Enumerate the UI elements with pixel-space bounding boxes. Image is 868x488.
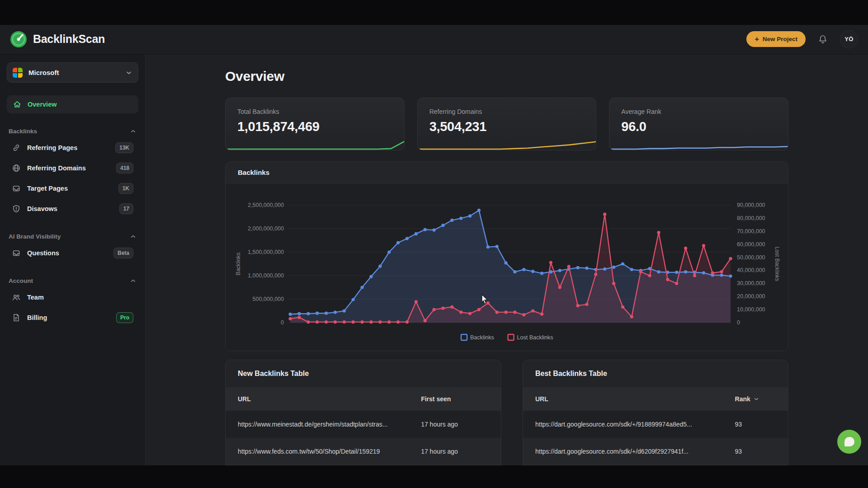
tables-row: New Backlinks Table URL First seen https… [225, 360, 788, 465]
svg-text:60,000,000: 60,000,000 [737, 241, 765, 248]
link-icon [12, 143, 21, 152]
svg-text:10,000,000: 10,000,000 [737, 306, 765, 313]
url-cell[interactable]: https://dart.googlesource.com/sdk/+/d620… [535, 448, 735, 455]
invoice-icon [12, 313, 21, 322]
microsoft-logo-icon [13, 68, 23, 78]
svg-text:30,000,000: 30,000,000 [737, 280, 765, 286]
svg-text:40,000,000: 40,000,000 [737, 267, 765, 273]
chart-body: 0500,000,0001,000,000,0001,500,000,0002,… [226, 183, 788, 351]
svg-text:Backlinks: Backlinks [470, 334, 494, 341]
table-row[interactable]: https://www.feds.com.tw/tw/50/Shop/Detai… [226, 438, 501, 465]
svg-text:0: 0 [737, 319, 740, 326]
svg-text:Lost Backlinks: Lost Backlinks [774, 247, 780, 282]
backlinks-chart-card: Backlinks 0500,000,0001,000,000,0001,500… [225, 161, 788, 351]
rank-cell: 93 [735, 421, 776, 428]
svg-text:80,000,000: 80,000,000 [737, 215, 765, 221]
user-avatar[interactable]: YÖ [840, 30, 858, 48]
sidebar-item-team[interactable]: Team [7, 287, 138, 307]
table-row[interactable]: https://www.meinestadt.de/gersheim/stadt… [226, 411, 501, 438]
stat-label: Referring Domains [429, 108, 585, 115]
backlinkscan-app: BacklinkScan + New Project YÖ Microsoft [0, 0, 868, 488]
table-title: New Backlinks Table [226, 360, 501, 387]
column-header-url: URL [535, 395, 735, 403]
svg-text:2,000,000,000: 2,000,000,000 [248, 225, 284, 232]
sidebar-section-ai-brand-visibility[interactable]: AI Brand Visibility [7, 233, 138, 240]
chevron-down-icon [125, 69, 132, 76]
chevron-up-icon [130, 128, 137, 135]
chat-bubble-icon [844, 437, 854, 446]
stat-cards-row: Total Backlinks 1,015,874,469 Referring … [225, 98, 788, 150]
sidebar-item-questions[interactable]: Questions Beta [7, 243, 138, 263]
archive-icon [12, 249, 21, 258]
table-title: Best Backlinks Table [523, 360, 788, 387]
sidebar-section-backlinks[interactable]: Backlinks [7, 128, 138, 135]
brand-name: BacklinkScan [33, 33, 105, 46]
topbar-actions: + New Project YÖ [746, 30, 858, 48]
stat-value: 3,504,231 [429, 119, 585, 134]
sidebar-item-target-pages[interactable]: Target Pages 1K [7, 178, 138, 198]
first-seen-cell: 17 hours ago [421, 448, 489, 455]
stat-value: 96.0 [621, 119, 776, 134]
shield-alert-icon [12, 204, 21, 213]
sidebar-item-billing[interactable]: Billing Pro [7, 307, 138, 328]
svg-text:90,000,000: 90,000,000 [737, 202, 765, 208]
url-cell[interactable]: https://www.feds.com.tw/tw/50/Shop/Detai… [238, 448, 421, 455]
count-badge: 418 [116, 163, 133, 174]
top-letterbox [0, 0, 868, 25]
url-cell[interactable]: https://www.meinestadt.de/gersheim/stadt… [238, 421, 421, 428]
column-header-url: URL [238, 395, 421, 403]
globe-icon [12, 164, 21, 173]
svg-text:Backlinks: Backlinks [235, 253, 241, 276]
sidebar-item-referring-pages[interactable]: Referring Pages 13K [7, 137, 138, 158]
svg-text:500,000,000: 500,000,000 [252, 296, 284, 302]
brand-logo-icon [10, 31, 27, 48]
sidebar: Microsoft Overview Backlinks [0, 54, 146, 465]
stat-label: Average Rank [621, 108, 776, 115]
backlinks-chart-svg[interactable]: 0500,000,0001,000,000,0001,500,000,0002,… [226, 185, 788, 350]
count-badge: 13K [115, 142, 133, 153]
main-content: Overview Total Backlinks 1,015,874,469 R… [146, 54, 868, 465]
chat-widget-button[interactable] [837, 430, 861, 454]
project-selector[interactable]: Microsoft [7, 62, 138, 83]
column-header-rank[interactable]: Rank [735, 395, 776, 403]
sidebar-item-overview[interactable]: Overview [7, 95, 138, 113]
table-header-row: URL Rank [523, 387, 788, 411]
chart-card-title: Backlinks [226, 162, 788, 183]
stat-label: Total Backlinks [237, 108, 392, 115]
sparkline-green [225, 139, 405, 150]
table-row[interactable]: https://dart.googlesource.com/sdk/+/9188… [523, 411, 788, 438]
sparkline-amber [417, 139, 597, 150]
sidebar-item-disavows[interactable]: Disavows 17 [7, 198, 138, 219]
stat-value: 1,015,874,469 [237, 119, 392, 134]
svg-text:2,500,000,000: 2,500,000,000 [248, 202, 284, 208]
svg-text:50,000,000: 50,000,000 [737, 254, 765, 261]
best-backlinks-table: Best Backlinks Table URL Rank https://da… [523, 360, 788, 465]
table-row[interactable]: https://dart.googlesource.com/sdk/+/d620… [523, 438, 788, 465]
sidebar-item-referring-domains[interactable]: Referring Domains 418 [7, 158, 138, 178]
page-title: Overview [225, 69, 788, 84]
stat-card-referring-domains: Referring Domains 3,504,231 [417, 98, 597, 150]
new-backlinks-table: New Backlinks Table URL First seen https… [225, 360, 501, 465]
project-name: Microsoft [28, 69, 59, 76]
new-project-button[interactable]: + New Project [746, 31, 806, 47]
team-icon [12, 293, 21, 302]
svg-text:70,000,000: 70,000,000 [737, 228, 765, 235]
notifications-bell-icon[interactable] [816, 33, 829, 46]
sort-desc-chevron-icon [753, 396, 760, 402]
svg-text:Lost Backlinks: Lost Backlinks [517, 334, 553, 341]
home-icon [13, 100, 22, 109]
topbar: BacklinkScan + New Project YÖ [0, 25, 868, 54]
svg-text:1,500,000,000: 1,500,000,000 [248, 249, 284, 255]
sparkline-blue [609, 139, 788, 150]
sidebar-section-account[interactable]: Account [7, 277, 138, 284]
column-header-first-seen: First seen [421, 395, 489, 403]
table-header-row: URL First seen [226, 387, 501, 411]
archive-icon [12, 184, 21, 193]
beta-badge: Beta [113, 248, 133, 258]
svg-text:1,000,000,000: 1,000,000,000 [248, 272, 284, 279]
chevron-up-icon [130, 277, 137, 284]
stat-card-average-rank: Average Rank 96.0 [609, 98, 788, 150]
url-cell[interactable]: https://dart.googlesource.com/sdk/+/9188… [535, 421, 735, 428]
count-badge: 17 [119, 203, 133, 214]
first-seen-cell: 17 hours ago [421, 421, 489, 428]
